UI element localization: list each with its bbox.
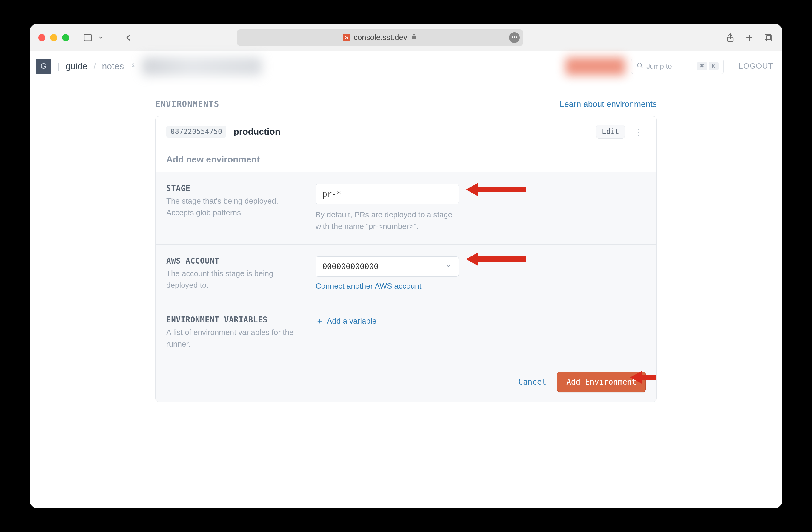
stage-input[interactable]: pr-* [316, 184, 459, 204]
kebab-menu-icon[interactable]: ⋮ [632, 127, 646, 137]
breadcrumb-sep: | [57, 61, 60, 71]
chevron-down-icon [96, 32, 106, 43]
svg-rect-0 [84, 34, 91, 41]
add-env-title: Add new environment [156, 147, 656, 172]
envvars-desc: A list of environment variables for the … [166, 327, 295, 350]
close-window-icon[interactable] [38, 34, 45, 41]
app-header: G | guide / notes Jump to ⌘ K LOG [30, 51, 782, 81]
tab-overview-icon[interactable] [763, 32, 774, 43]
minimize-window-icon[interactable] [50, 34, 57, 41]
form-footer: Cancel Add Environment [156, 362, 656, 402]
share-icon[interactable] [725, 32, 736, 43]
site-favicon: S [343, 34, 350, 41]
svg-line-8 [641, 67, 643, 68]
form-section-stage: STAGE The stage that's being deployed. A… [156, 172, 656, 245]
edit-button[interactable]: Edit [596, 125, 625, 139]
aws-desc: The account this stage is being deployed… [166, 268, 295, 291]
logout-link[interactable]: LOGOUT [739, 61, 773, 71]
breadcrumb-dropdown-icon[interactable] [130, 62, 136, 70]
aws-account-value: 000000000000 [322, 262, 379, 271]
aws-account-select[interactable]: 000000000000 [316, 257, 459, 277]
stage-hint: By default, PRs are deployed to a stage … [316, 209, 459, 232]
add-variable-label: Add a variable [327, 316, 376, 326]
url-text: console.sst.dev [354, 33, 407, 42]
environments-card: 087220554750 production Edit ⋮ Add new e… [155, 116, 657, 402]
svg-rect-5 [766, 35, 772, 41]
svg-rect-6 [765, 34, 770, 39]
jump-to-search[interactable]: Jump to ⌘ K [631, 58, 724, 74]
redacted-blur-red [565, 57, 625, 75]
breadcrumb-sep: / [93, 61, 96, 71]
stage-label: STAGE [166, 184, 309, 193]
form-section-envvars: ENVIRONMENT VARIABLES A list of environm… [156, 303, 656, 362]
svg-point-7 [637, 63, 641, 67]
kbd-k: K [709, 62, 719, 70]
section-title: ENVIRONMENTS [155, 99, 219, 109]
add-environment-button[interactable]: Add Environment [557, 372, 646, 392]
kbd-cmd: ⌘ [697, 62, 707, 70]
sidebar-icon [83, 32, 93, 43]
form-section-aws: AWS ACCOUNT The account this stage is be… [156, 245, 656, 303]
cancel-button[interactable]: Cancel [518, 377, 546, 386]
learn-link[interactable]: Learn about environments [560, 99, 657, 109]
lock-icon [411, 33, 417, 42]
existing-env-row: 087220554750 production Edit ⋮ [156, 116, 656, 147]
chevron-down-icon [445, 262, 452, 271]
envvars-label: ENVIRONMENT VARIABLES [166, 315, 309, 324]
connect-aws-link[interactable]: Connect another AWS account [316, 282, 422, 291]
traffic-lights [38, 34, 69, 41]
breadcrumb-guide[interactable]: guide [66, 61, 87, 71]
sidebar-toggle-group[interactable] [83, 32, 106, 43]
redacted-blur [142, 57, 262, 75]
add-variable-link[interactable]: ＋ Add a variable [316, 315, 646, 327]
address-more-icon[interactable]: ••• [509, 32, 520, 43]
search-icon [636, 62, 643, 71]
browser-titlebar: S console.sst.dev ••• [30, 24, 782, 51]
account-id-badge: 087220554750 [166, 126, 226, 138]
maximize-window-icon[interactable] [62, 34, 69, 41]
stage-desc: The stage that's being deployed. Accepts… [166, 195, 295, 218]
breadcrumb-notes[interactable]: notes [102, 61, 124, 71]
plus-icon: ＋ [316, 315, 324, 327]
breadcrumb: | guide / notes [57, 61, 136, 71]
stage-input-value: pr-* [322, 190, 341, 199]
aws-label: AWS ACCOUNT [166, 257, 309, 265]
new-tab-icon[interactable] [744, 32, 755, 43]
workspace-avatar[interactable]: G [36, 58, 51, 74]
browser-back-button[interactable] [123, 32, 134, 43]
kbd-shortcut: ⌘ K [697, 62, 719, 70]
address-bar[interactable]: S console.sst.dev ••• [237, 29, 523, 46]
jump-to-placeholder: Jump to [646, 62, 672, 70]
page-body: ENVIRONMENTS Learn about environments 08… [30, 81, 782, 414]
env-name: production [233, 127, 280, 137]
browser-window: S console.sst.dev ••• G | guide / note [30, 24, 782, 508]
